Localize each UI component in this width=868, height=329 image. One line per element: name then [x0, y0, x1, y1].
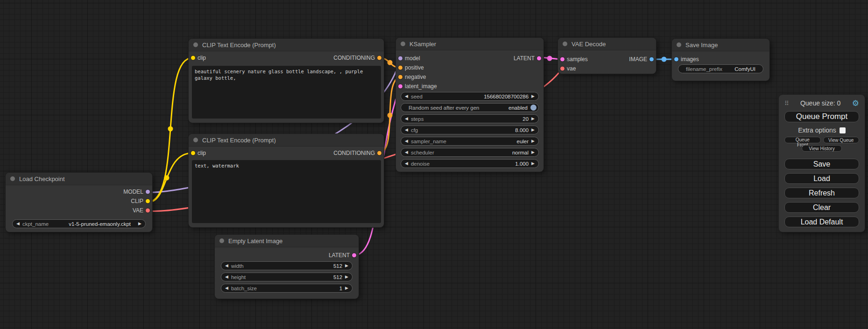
node-title-bar[interactable]: CLIP Text Encode (Prompt) — [189, 39, 384, 51]
widget-value: enabled — [508, 105, 528, 111]
image-output-port[interactable] — [649, 57, 654, 62]
settings-gear-icon[interactable]: ⚙ — [852, 99, 859, 107]
decrement-arrow-icon[interactable]: ◀ — [405, 161, 408, 166]
width-widget[interactable]: ◀ width 512 ▶ — [221, 261, 353, 270]
queue-prompt-button[interactable]: Queue Prompt — [784, 111, 859, 122]
filename-prefix-widget[interactable]: filename_prefix ComfyUI — [678, 64, 763, 73]
port-row-images: images — [672, 55, 769, 64]
node-save-image[interactable]: Save Image images filename_prefix ComfyU… — [672, 39, 769, 81]
node-clip-text-encode-positive[interactable]: CLIP Text Encode (Prompt) clip CONDITION… — [189, 39, 384, 123]
node-title: CLIP Text Encode (Prompt) — [202, 42, 276, 49]
scheduler-widget[interactable]: ◀ scheduler normal ▶ — [401, 148, 539, 157]
toggle-circle-icon[interactable] — [530, 105, 536, 111]
decrement-arrow-icon[interactable]: ◀ — [405, 128, 408, 132]
view-history-button[interactable]: View History — [802, 145, 842, 152]
port-row: clip CONDITIONING — [189, 148, 384, 158]
queue-front-button[interactable]: Queue Front — [784, 137, 821, 143]
port-row-vae: vae — [558, 64, 656, 73]
samples-input-port[interactable] — [560, 57, 565, 62]
increment-arrow-icon[interactable]: ▶ — [531, 161, 535, 166]
prompt-textarea[interactable]: beautiful scenery nature glass bottle la… — [192, 66, 381, 119]
collapse-dot-icon[interactable] — [193, 42, 198, 47]
node-title-bar[interactable]: Empty Latent Image — [215, 235, 359, 247]
node-load-checkpoint[interactable]: Load Checkpoint MODEL CLIP VAE ◀ ckpt_na… — [6, 173, 152, 232]
node-title-bar[interactable]: Load Checkpoint — [6, 173, 152, 185]
vae-input-port[interactable] — [560, 66, 565, 71]
positive-input-port[interactable] — [398, 65, 403, 70]
random-seed-toggle-widget[interactable]: Random seed after every gen enabled — [401, 103, 539, 112]
load-default-button[interactable]: Load Default — [784, 217, 859, 227]
load-button[interactable]: Load — [784, 173, 859, 184]
save-button[interactable]: Save — [784, 159, 859, 169]
batch-size-widget[interactable]: ◀ batch_size 1 ▶ — [221, 284, 353, 293]
output-row-model: MODEL — [6, 187, 152, 196]
increment-arrow-icon[interactable]: ▶ — [138, 222, 141, 226]
widget-label: cfg — [411, 127, 418, 133]
decrement-arrow-icon[interactable]: ◀ — [16, 222, 20, 226]
collapse-dot-icon[interactable] — [10, 176, 15, 181]
node-ksampler[interactable]: KSampler model LATENT positive negative … — [396, 38, 543, 172]
widget-label: Random seed after every gen — [409, 105, 480, 111]
increment-arrow-icon[interactable]: ▶ — [345, 264, 348, 268]
sampler-name-widget[interactable]: ◀ sampler_name euler ▶ — [401, 137, 539, 146]
widget-label: ckpt_name — [22, 221, 49, 227]
latent-output-port[interactable] — [352, 253, 357, 258]
increment-arrow-icon[interactable]: ▶ — [345, 275, 348, 279]
height-widget[interactable]: ◀ height 512 ▶ — [221, 273, 353, 281]
conditioning-output-port[interactable] — [377, 151, 382, 156]
widget-label: width — [231, 263, 244, 269]
node-title-bar[interactable]: CLIP Text Encode (Prompt) — [189, 134, 384, 147]
node-title-bar[interactable]: Save Image — [672, 39, 769, 51]
decrement-arrow-icon[interactable]: ◀ — [225, 264, 228, 268]
clip-output-port[interactable] — [145, 199, 150, 204]
increment-arrow-icon[interactable]: ▶ — [531, 150, 535, 154]
denoise-widget[interactable]: ◀ denoise 1.000 ▶ — [401, 159, 539, 168]
increment-arrow-icon[interactable]: ▶ — [531, 139, 535, 143]
decrement-arrow-icon[interactable]: ◀ — [405, 139, 408, 143]
decrement-arrow-icon[interactable]: ◀ — [405, 94, 408, 98]
clip-input-port[interactable] — [191, 151, 196, 156]
node-empty-latent-image[interactable]: Empty Latent Image LATENT ◀ width 512 ▶ … — [215, 235, 359, 299]
images-input-port[interactable] — [674, 57, 679, 62]
steps-widget[interactable]: ◀ steps 20 ▶ — [401, 114, 539, 123]
node-title-bar[interactable]: VAE Decode — [558, 38, 656, 50]
view-queue-button[interactable]: View Queue — [823, 137, 860, 143]
increment-arrow-icon[interactable]: ▶ — [531, 128, 535, 132]
collapse-dot-icon[interactable] — [401, 42, 405, 46]
vae-output-port[interactable] — [145, 208, 150, 213]
increment-arrow-icon[interactable]: ▶ — [531, 117, 535, 121]
ckpt-name-widget[interactable]: ◀ ckpt_name v1-5-pruned-emaonly.ckpt ▶ — [12, 219, 146, 228]
clear-button[interactable]: Clear — [784, 202, 859, 213]
drag-handle-icon[interactable]: ⠿ — [784, 100, 789, 107]
prompt-textarea[interactable]: text, watermark — [192, 160, 381, 223]
latent-image-input-port[interactable] — [398, 84, 403, 89]
queue-panel: ⠿ Queue size: 0 ⚙ Queue Prompt Extra opt… — [779, 95, 865, 232]
model-output-port[interactable] — [145, 189, 150, 195]
node-clip-text-encode-negative[interactable]: CLIP Text Encode (Prompt) clip CONDITION… — [189, 134, 384, 227]
widget-value: v1-5-pruned-emaonly.ckpt — [69, 221, 131, 227]
latent-output-port[interactable] — [536, 56, 542, 61]
extra-options-checkbox[interactable] — [840, 127, 846, 133]
increment-arrow-icon[interactable]: ▶ — [531, 94, 535, 98]
wire-midpoint-dot — [164, 175, 169, 181]
seed-widget[interactable]: ◀ seed 156680208700286 ▶ — [401, 92, 539, 101]
clip-input-port[interactable] — [191, 56, 196, 61]
decrement-arrow-icon[interactable]: ◀ — [225, 275, 228, 279]
comfyui-canvas[interactable]: { "colors": { "clip": "#ffd500", "condit… — [0, 0, 868, 329]
increment-arrow-icon[interactable]: ▶ — [345, 286, 348, 290]
decrement-arrow-icon[interactable]: ◀ — [405, 117, 408, 121]
cfg-widget[interactable]: ◀ cfg 8.000 ▶ — [401, 126, 539, 134]
decrement-arrow-icon[interactable]: ◀ — [405, 150, 408, 154]
collapse-dot-icon[interactable] — [677, 42, 681, 47]
node-vae-decode[interactable]: VAE Decode samples IMAGE vae — [558, 38, 656, 74]
conditioning-output-port[interactable] — [377, 56, 382, 61]
negative-input-port[interactable] — [398, 75, 403, 80]
refresh-button[interactable]: Refresh — [784, 188, 859, 198]
node-title-bar[interactable]: KSampler — [396, 38, 543, 50]
widget-label: seed — [411, 94, 423, 99]
decrement-arrow-icon[interactable]: ◀ — [225, 286, 228, 290]
collapse-dot-icon[interactable] — [219, 238, 224, 243]
collapse-dot-icon[interactable] — [193, 138, 198, 142]
collapse-dot-icon[interactable] — [563, 42, 567, 46]
model-input-port[interactable] — [398, 56, 403, 61]
